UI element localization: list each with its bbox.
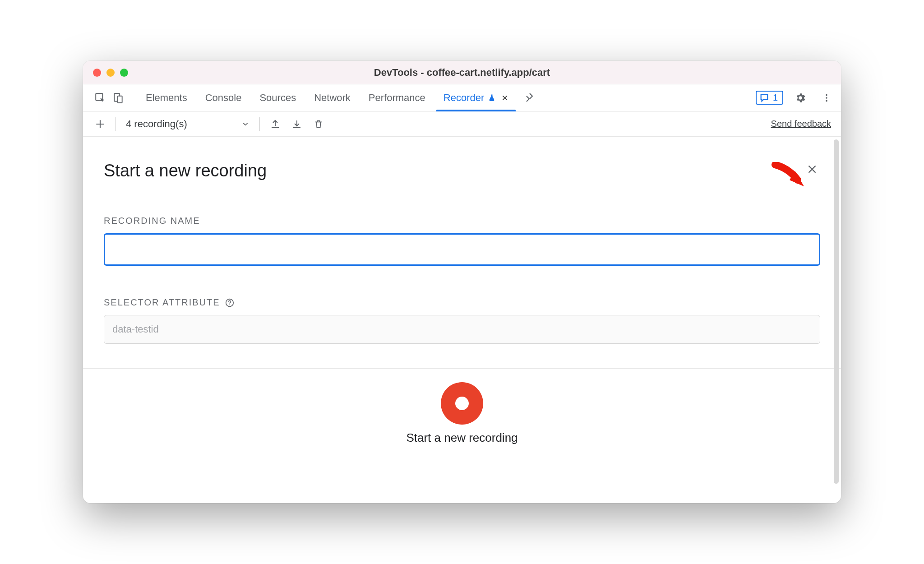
flask-icon: [488, 94, 496, 102]
new-recording-panel: Start a new recording RECORDING NAME SEL…: [83, 137, 841, 503]
tab-performance[interactable]: Performance: [360, 85, 434, 111]
issues-count: 1: [773, 92, 778, 103]
window-zoom-button[interactable]: [120, 69, 128, 77]
export-icon[interactable]: [266, 115, 284, 133]
tab-sources[interactable]: Sources: [250, 85, 305, 111]
tab-label: Sources: [259, 92, 296, 104]
tab-label: Recorder: [444, 92, 484, 104]
scrollbar-thumb[interactable]: [834, 139, 839, 484]
help-icon[interactable]: [225, 298, 235, 308]
recording-name-input[interactable]: [104, 233, 820, 266]
devtools-tabbar: Elements Console Sources Network Perform…: [83, 84, 841, 111]
start-recording-area: Start a new recording: [104, 369, 820, 445]
titlebar: DevTools - coffee-cart.netlify.app/cart: [83, 61, 841, 84]
chevron-down-icon: [241, 120, 249, 128]
device-toolbar-icon[interactable]: [109, 89, 127, 107]
tab-network[interactable]: Network: [305, 85, 360, 111]
svg-point-5: [826, 100, 827, 102]
tab-recorder[interactable]: Recorder: [434, 85, 517, 111]
window-minimize-button[interactable]: [106, 69, 115, 77]
add-recording-icon[interactable]: [91, 115, 109, 133]
recordings-dropdown[interactable]: 4 recording(s): [122, 116, 253, 132]
recorder-content: Start a new recording RECORDING NAME SEL…: [83, 137, 841, 503]
divider: [132, 92, 132, 104]
inspect-element-icon[interactable]: [91, 89, 109, 107]
selector-attribute-field: SELECTOR ATTRIBUTE: [104, 297, 820, 344]
window-controls: [93, 69, 128, 77]
start-recording-button[interactable]: [441, 382, 483, 425]
issues-badge[interactable]: 1: [756, 91, 783, 105]
tab-label: Performance: [369, 92, 425, 104]
selector-attribute-label: SELECTOR ATTRIBUTE: [104, 297, 220, 308]
divider: [116, 117, 116, 131]
recording-name-label: RECORDING NAME: [104, 216, 820, 226]
send-feedback-link[interactable]: Send feedback: [771, 119, 831, 129]
svg-rect-2: [118, 96, 122, 102]
window-close-button[interactable]: [93, 69, 101, 77]
scrollbar[interactable]: [833, 137, 840, 503]
delete-icon[interactable]: [310, 115, 328, 133]
close-panel-button[interactable]: [804, 161, 820, 177]
dropdown-label: 4 recording(s): [126, 118, 187, 130]
divider: [259, 117, 260, 131]
more-tabs-icon[interactable]: [520, 89, 538, 107]
selector-attribute-input[interactable]: [104, 315, 820, 344]
tab-label: Elements: [146, 92, 187, 104]
close-icon[interactable]: [501, 94, 508, 102]
start-recording-label: Start a new recording: [406, 431, 517, 445]
svg-point-3: [826, 94, 827, 96]
tab-console[interactable]: Console: [196, 85, 251, 111]
recorder-toolbar: 4 recording(s) Send feedback: [83, 111, 841, 137]
panel-title: Start a new recording: [104, 161, 267, 180]
svg-point-7: [229, 304, 230, 305]
kebab-menu-icon[interactable]: [818, 89, 836, 107]
recording-name-field: RECORDING NAME: [104, 216, 820, 266]
tab-label: Network: [314, 92, 351, 104]
import-icon[interactable]: [288, 115, 306, 133]
gear-icon[interactable]: [791, 89, 809, 107]
tab-elements[interactable]: Elements: [137, 85, 196, 111]
tab-label: Console: [205, 92, 242, 104]
devtools-window: DevTools - coffee-cart.netlify.app/cart …: [83, 61, 841, 503]
chat-icon: [759, 93, 769, 103]
svg-point-4: [826, 97, 827, 99]
window-title: DevTools - coffee-cart.netlify.app/cart: [83, 67, 841, 79]
